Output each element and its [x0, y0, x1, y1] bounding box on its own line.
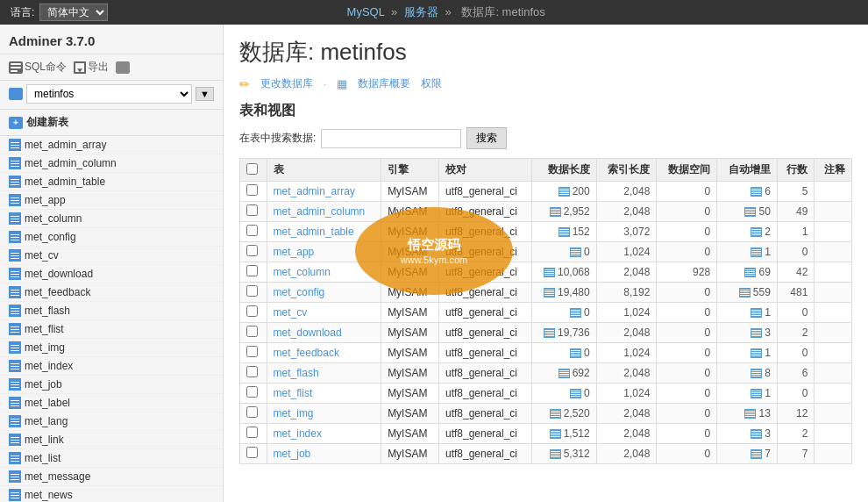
- table-name-link[interactable]: met_admin_array: [274, 185, 355, 197]
- sidebar-item[interactable]: met_job: [0, 376, 223, 394]
- sidebar-item[interactable]: met_flist: [0, 320, 223, 339]
- sql-command-link[interactable]: SQL命令: [9, 60, 67, 75]
- data-len-icon: [559, 369, 570, 378]
- sidebar-table-link[interactable]: met_flash: [25, 305, 70, 317]
- row-engine: MyISAM: [381, 343, 439, 363]
- sidebar-item[interactable]: met_img: [0, 339, 223, 357]
- export-link[interactable]: 导出: [74, 60, 109, 75]
- row-auto-inc: 3: [717, 323, 778, 343]
- table-icon: [9, 323, 21, 335]
- row-data-free: 0: [657, 242, 717, 262]
- row-auto-inc: 8: [717, 363, 778, 384]
- table-name-link[interactable]: met_config: [274, 286, 325, 298]
- sidebar-table-link[interactable]: met_admin_column: [25, 157, 117, 169]
- sidebar-table-link[interactable]: met_img: [25, 341, 65, 354]
- sidebar-table-link[interactable]: met_column: [25, 212, 82, 225]
- sidebar-item[interactable]: met_message: [0, 468, 223, 486]
- table-name-link[interactable]: met_job: [274, 448, 311, 460]
- permissions-link[interactable]: 权限: [421, 76, 442, 91]
- sidebar-table-link[interactable]: met_index: [25, 360, 73, 372]
- row-checkbox: [240, 262, 267, 283]
- db-overview-link[interactable]: 数据库概要: [358, 76, 410, 91]
- row-auto-inc: 69: [717, 262, 778, 283]
- sidebar-table-link[interactable]: met_admin_array: [25, 139, 106, 151]
- auto-inc-icon: [751, 187, 762, 197]
- edit-db-link[interactable]: 更改数据库: [260, 76, 313, 91]
- select-all-checkbox[interactable]: [246, 163, 258, 175]
- table-name-link[interactable]: met_download: [274, 326, 342, 339]
- sidebar-table-link[interactable]: met_job: [25, 378, 62, 391]
- sidebar-table-link[interactable]: met_list: [25, 452, 60, 464]
- sidebar-item[interactable]: met_news: [0, 486, 223, 502]
- sidebar-item[interactable]: met_config: [0, 228, 223, 247]
- sidebar-item[interactable]: met_app: [0, 191, 223, 210]
- sidebar-table-link[interactable]: met_cv: [25, 249, 59, 262]
- row-checkbox: [240, 404, 267, 424]
- table-name-link[interactable]: met_column: [274, 266, 331, 278]
- sidebar-table-link[interactable]: met_download: [25, 268, 93, 280]
- row-rows: 0: [777, 384, 815, 404]
- sidebar-table-link[interactable]: met_label: [25, 397, 70, 409]
- sidebar-table-link[interactable]: met_config: [25, 231, 76, 243]
- sidebar-item[interactable]: met_column: [0, 210, 223, 228]
- auto-inc-icon: [739, 288, 751, 298]
- row-name: met_admin_column: [267, 202, 381, 222]
- db-go-button[interactable]: ▼: [196, 87, 214, 101]
- search-input[interactable]: [321, 129, 461, 148]
- sidebar-item[interactable]: met_admin_table: [0, 173, 223, 191]
- sidebar-item[interactable]: met_cv: [0, 247, 223, 265]
- sidebar-table-link[interactable]: met_feedback: [25, 286, 90, 298]
- sidebar-table-link[interactable]: met_flist: [25, 323, 64, 335]
- row-collation: utf8_general_ci: [438, 303, 531, 323]
- sidebar-item[interactable]: met_list: [0, 449, 223, 468]
- table-name-link[interactable]: met_index: [274, 427, 322, 440]
- sidebar-item[interactable]: met_download: [0, 265, 223, 283]
- row-auto-inc: 2: [717, 222, 778, 242]
- sidebar-item[interactable]: met_index: [0, 357, 223, 376]
- create-table-link[interactable]: + 创建新表: [0, 110, 223, 136]
- db-select[interactable]: metinfos: [26, 84, 192, 104]
- table-name-link[interactable]: met_app: [274, 246, 315, 258]
- sidebar-table-link[interactable]: met_message: [25, 470, 90, 483]
- row-auto-inc: 13: [717, 404, 778, 424]
- row-idx-len: 3,072: [596, 222, 657, 242]
- row-comment: [815, 303, 852, 323]
- auto-inc-icon: [751, 348, 762, 358]
- table-name-link[interactable]: met_admin_table: [274, 226, 354, 238]
- table-name-link[interactable]: met_feedback: [274, 347, 339, 359]
- sidebar-item[interactable]: met_link: [0, 431, 223, 449]
- sidebar-item[interactable]: met_admin_array: [0, 136, 223, 154]
- sidebar-item[interactable]: met_feedback: [0, 283, 223, 302]
- table-name-link[interactable]: met_cv: [274, 306, 308, 319]
- breadcrumb-mysql[interactable]: MySQL: [347, 5, 385, 18]
- sidebar-item[interactable]: met_lang: [0, 412, 223, 431]
- row-data-free: 0: [657, 404, 717, 424]
- row-idx-len: 1,024: [596, 384, 657, 404]
- row-idx-len: 1,024: [596, 242, 657, 262]
- table-name-link[interactable]: met_img: [274, 407, 314, 420]
- sidebar-table-link[interactable]: met_lang: [25, 415, 68, 427]
- sidebar-item[interactable]: met_label: [0, 394, 223, 412]
- row-name: met_job: [267, 444, 381, 464]
- sidebar-item[interactable]: met_flash: [0, 302, 223, 320]
- sidebar-item[interactable]: met_admin_column: [0, 154, 223, 173]
- search-button[interactable]: 搜索: [466, 127, 507, 149]
- breadcrumb-server[interactable]: 服务器: [404, 5, 438, 18]
- table-name-link[interactable]: met_flist: [274, 387, 313, 399]
- export-icon: [74, 61, 86, 74]
- import-link[interactable]: [116, 61, 130, 74]
- row-comment: [815, 404, 852, 424]
- auto-inc-icon: [744, 409, 756, 419]
- row-name: met_feedback: [267, 343, 381, 363]
- row-idx-len: 8,192: [596, 283, 657, 303]
- table-name-link[interactable]: met_flash: [274, 367, 319, 379]
- table-icon: [9, 360, 21, 372]
- sidebar-table-link[interactable]: met_link: [25, 434, 64, 446]
- row-checkbox: [240, 202, 267, 222]
- sidebar-table-link[interactable]: met_admin_table: [25, 176, 105, 188]
- table-name-link[interactable]: met_admin_column: [274, 205, 366, 218]
- sidebar-table-link[interactable]: met_app: [25, 194, 66, 206]
- table-icon: [9, 415, 21, 427]
- sidebar-table-link[interactable]: met_news: [25, 489, 73, 501]
- lang-select[interactable]: 简体中文: [39, 4, 108, 21]
